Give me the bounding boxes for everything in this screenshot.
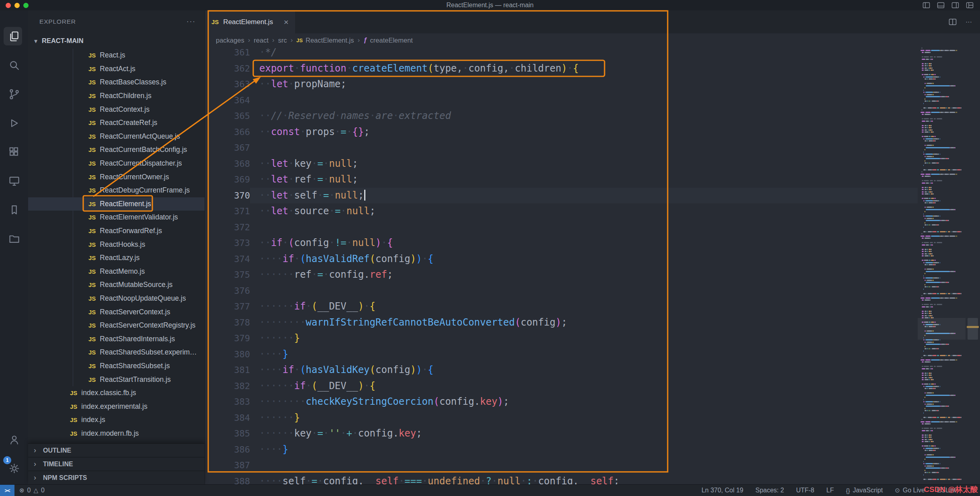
tab-reactelement[interactable]: JS ReactElement.js × (205, 10, 295, 33)
tree-item[interactable]: JSReact.js (28, 49, 205, 62)
tree-item[interactable]: JSindex.stable.js (28, 440, 205, 443)
sidebar-section-outline[interactable]: ›OUTLINE (28, 443, 205, 457)
project-manager-icon[interactable] (0, 224, 28, 253)
remote-indicator[interactable]: >< (0, 485, 14, 496)
bookmarks-icon[interactable] (0, 195, 28, 224)
code-line[interactable]: 373··if·(config·!=·null)·{ (205, 235, 918, 251)
code-line[interactable]: 383········checkKeyStringCoercion(config… (205, 394, 918, 410)
code-line[interactable]: 385······key·=·''·+·config.key; (205, 426, 918, 442)
code-line[interactable]: 377······if·(__DEV__)·{ (205, 299, 918, 315)
tree-item[interactable]: JSReactDebugCurrentFrame.js (28, 184, 205, 197)
tree-item[interactable]: JSReactMemo.js (28, 265, 205, 279)
code-line[interactable]: 364 (205, 92, 918, 109)
tree-item[interactable]: JSReactCurrentBatchConfig.js (28, 143, 205, 157)
code-line[interactable]: 379······} (205, 330, 918, 346)
settings-icon[interactable]: 1 (0, 454, 28, 483)
breadcrumb-item[interactable]: ƒcreateElement (363, 36, 413, 44)
tree-item[interactable]: JSReactAct.js (28, 62, 205, 76)
code-editor[interactable]: 361·*/362export·function·createElement(t… (205, 47, 980, 484)
code-line[interactable]: 362export·function·createElement(type,·c… (205, 61, 918, 77)
tree-item[interactable]: JSReactForwardRef.js (28, 224, 205, 238)
breadcrumb-item[interactable]: src (278, 37, 287, 44)
code-line[interactable]: 380····} (205, 346, 918, 363)
toggle-panel-icon[interactable] (937, 2, 945, 8)
code-line[interactable]: 388····self·=·config.__self·===·undefine… (205, 473, 918, 485)
status-ln-370-col-19[interactable]: Ln 370, Col 19 (701, 487, 743, 494)
problems-status[interactable]: ⊗ 0 △ 0 (14, 487, 45, 494)
sidebar-section-timeline[interactable]: ›TIMELINE (28, 457, 205, 471)
split-editor-icon[interactable] (949, 18, 957, 25)
tree-item[interactable]: JSReactHooks.js (28, 238, 205, 251)
tree-item[interactable]: JSReactElement.js (28, 197, 205, 211)
tree-item[interactable]: JSReactSharedSubset.js (28, 359, 205, 373)
tree-item[interactable]: JSindex.js (28, 413, 205, 427)
code-line[interactable]: 387 (205, 457, 918, 473)
tree-item[interactable]: JSReactBaseClasses.js (28, 76, 205, 89)
editor-scrollbar[interactable] (966, 47, 980, 484)
search-icon[interactable] (0, 51, 28, 80)
minimap[interactable] (918, 47, 966, 484)
run-debug-icon[interactable] (0, 109, 28, 137)
close-window-icon[interactable] (6, 3, 11, 8)
breadcrumb-item[interactable]: JSReactElement.js (296, 37, 354, 44)
code-line[interactable]: 371··let·source·=·null; (205, 203, 918, 219)
tree-item[interactable]: JSReactStartTransition.js (28, 373, 205, 386)
minimize-window-icon[interactable] (14, 3, 20, 8)
close-icon[interactable]: × (284, 17, 289, 27)
tree-item[interactable]: JSReactLazy.js (28, 251, 205, 265)
zoom-window-icon[interactable] (23, 3, 29, 8)
code-line[interactable]: 365··//·Reserved·names·are·extracted (205, 108, 918, 124)
code-line[interactable]: 366··const·props·=·{}; (205, 124, 918, 140)
tree-item[interactable]: JSReactElementValidator.js (28, 211, 205, 224)
code-line[interactable]: 376 (205, 283, 918, 299)
code-line[interactable]: 375······ref·=·config.ref; (205, 267, 918, 283)
status-lf[interactable]: LF (826, 487, 834, 494)
tree-item[interactable]: JSReactNoopUpdateQueue.js (28, 292, 205, 305)
customize-layout-icon[interactable] (966, 2, 974, 8)
remote-explorer-icon[interactable] (0, 166, 28, 195)
tree-item[interactable]: JSReactServerContextRegistry.js (28, 319, 205, 332)
toggle-secondary-sidebar-icon[interactable] (951, 2, 959, 8)
scrollbar-slider[interactable] (968, 318, 978, 340)
code-line[interactable]: 370··let·self·=·null; (205, 188, 918, 204)
tree-item[interactable]: JSReactSharedSubset.experim… (28, 346, 205, 359)
code-line[interactable]: 367 (205, 140, 918, 156)
editor-more-actions-icon[interactable]: ··· (966, 18, 972, 26)
code-line[interactable]: 386····} (205, 442, 918, 458)
tree-item[interactable]: JSReactCurrentOwner.js (28, 170, 205, 184)
tree-item[interactable]: JSReactContext.js (28, 102, 205, 116)
tree-item[interactable]: JSReactMutableSource.js (28, 278, 205, 292)
breadcrumb-item[interactable]: packages (216, 37, 244, 44)
more-actions-icon[interactable]: ··· (187, 18, 196, 26)
tree-item[interactable]: JSindex.experimental.js (28, 400, 205, 413)
section-header-react-main[interactable]: ▾ REACT-MAIN (28, 33, 205, 49)
code-line[interactable]: 374····if·(hasValidRef(config))·{ (205, 251, 918, 267)
tree-item[interactable]: JSindex.classic.fb.js (28, 386, 205, 400)
tree-item[interactable]: JSReactCreateRef.js (28, 116, 205, 130)
extensions-icon[interactable] (0, 137, 28, 166)
source-control-icon[interactable] (0, 80, 28, 109)
tree-item[interactable]: JSindex.modern.fb.js (28, 427, 205, 441)
tree-item[interactable]: JSReactCurrentDispatcher.js (28, 157, 205, 170)
status-spaces-2[interactable]: Spaces: 2 (755, 487, 784, 494)
code-line[interactable]: 381····if·(hasValidKey(config))·{ (205, 362, 918, 378)
tree-item[interactable]: JSReactCurrentActQueue.js (28, 130, 205, 143)
breadcrumb-item[interactable]: react (254, 37, 269, 44)
status-go-live[interactable]: ⊙Go Live (895, 487, 925, 494)
code-line[interactable]: 361·*/ (205, 47, 918, 61)
toggle-sidebar-icon[interactable] (923, 2, 930, 8)
status-javascript[interactable]: {}JavaScript (846, 487, 883, 494)
code-line[interactable]: 384······} (205, 410, 918, 426)
accounts-icon[interactable] (0, 425, 28, 454)
code-line[interactable]: 378········warnIfStringRefCannotBeAutoCo… (205, 315, 918, 331)
code-line[interactable]: 372 (205, 219, 918, 236)
minimap-viewport[interactable] (918, 318, 966, 340)
tree-item[interactable]: JSReactSharedInternals.js (28, 332, 205, 346)
code-line[interactable]: 369··let·ref·=·null; (205, 172, 918, 188)
tree-item[interactable]: JSReactChildren.js (28, 89, 205, 103)
sidebar-section-npm-scripts[interactable]: ›NPM SCRIPTS (28, 471, 205, 484)
tree-item[interactable]: JSReactServerContext.js (28, 305, 205, 319)
code-line[interactable]: 382······if·(__DEV__)·{ (205, 378, 918, 394)
explorer-icon[interactable] (0, 22, 28, 51)
code-line[interactable]: 363··let·propName; (205, 76, 918, 92)
